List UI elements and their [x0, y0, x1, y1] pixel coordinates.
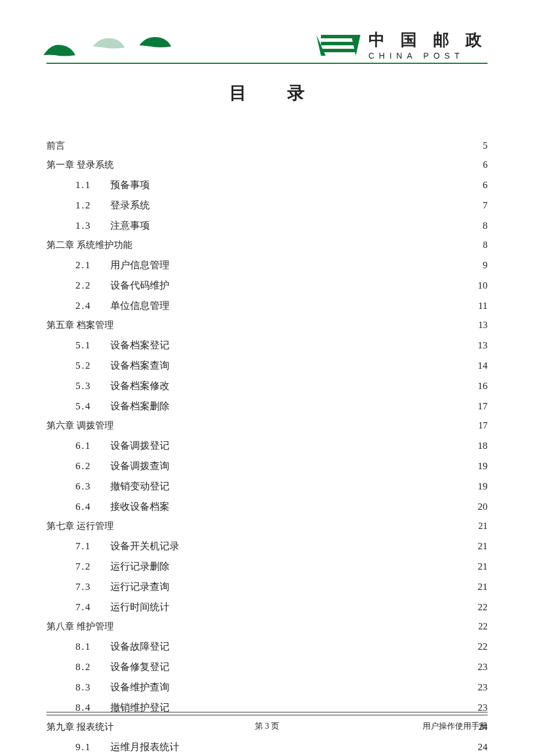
toc-entry-page: 16 — [478, 380, 488, 392]
toc-section-number: 7.4 — [75, 602, 110, 613]
toc-entry-label: 设备档案登记 — [110, 339, 169, 352]
toc-entry-page: 22 — [478, 602, 488, 613]
toc-entry-label: 第五章 档案管理 — [46, 319, 114, 332]
brand-name-cn: 中 国 邮 政 — [369, 29, 488, 51]
toc-entry-page: 22 — [478, 641, 488, 653]
toc-entry-page: 22 — [478, 621, 488, 632]
toc-entry: 6.3撤销变动登记19 — [46, 480, 488, 493]
toc-entry-label: 运维月报表统计 — [110, 740, 179, 754]
birds-decoration-icon — [41, 35, 180, 64]
toc-entry-label: 第一章 登录系统 — [46, 159, 114, 171]
toc-entry-page: 21 — [478, 581, 488, 593]
toc-section-number: 1.2 — [75, 200, 110, 211]
toc-entry-page: 8 — [483, 240, 488, 250]
toc-entry-label: 注意事项 — [110, 219, 150, 232]
toc-entry-label: 设备档案修改 — [110, 379, 169, 393]
toc-entry-label: 接收设备档案 — [110, 500, 169, 513]
toc-entry: 8.2设备修复登记23 — [46, 660, 488, 674]
toc-entry: 6.2设备调拨查询19 — [46, 459, 488, 473]
document-title-footer: 用户操作使用手册 — [423, 721, 488, 732]
toc-section-number: 5.1 — [75, 340, 110, 351]
toc-entry-label: 第九章 报表统计 — [46, 721, 114, 733]
toc-entry: 6.4接收设备档案20 — [46, 500, 488, 513]
toc-section-number: 6.4 — [75, 501, 110, 513]
toc-entry: 7.3运行记录查询21 — [46, 580, 488, 593]
toc-section-number: 1.3 — [75, 220, 110, 232]
toc-section-number: 5.4 — [75, 401, 110, 412]
toc-entry-page: 9 — [483, 260, 488, 271]
toc-entry-page: 7 — [483, 200, 488, 211]
toc-entry: 2.2设备代码维护10 — [46, 279, 488, 292]
toc-entry: 第八章 维护管理22 — [46, 621, 488, 633]
toc-entry-label: 第八章 维护管理 — [46, 621, 114, 633]
toc-entry: 6.1设备调拨登记18 — [46, 439, 488, 452]
toc-section-number: 2.2 — [75, 280, 110, 291]
svg-rect-1 — [321, 42, 356, 45]
toc-entry-label: 用户信息管理 — [110, 258, 169, 272]
toc-section-number: 6.1 — [75, 440, 110, 452]
toc-entry-label: 第七章 运行管理 — [46, 520, 114, 532]
toc-entry: 第七章 运行管理21 — [46, 520, 488, 532]
toc-entry-label: 设备维护查询 — [110, 681, 169, 694]
toc-section-number: 6.2 — [75, 460, 110, 472]
toc-section-number: 8.3 — [75, 682, 110, 693]
toc-entry: 7.1设备开关机记录21 — [46, 539, 488, 553]
toc-entry: 1.2登录系统7 — [46, 199, 488, 212]
toc-entry-label: 预备事项 — [110, 178, 150, 192]
toc-entry-page: 17 — [478, 420, 488, 431]
toc-entry: 9.1运维月报表统计24 — [46, 740, 488, 754]
toc-entry-page: 11 — [478, 300, 488, 312]
toc-entry-page: 6 — [483, 179, 488, 191]
toc-entry-page: 23 — [478, 682, 488, 693]
page-header: 中 国 邮 政 CHINA POST — [46, 29, 488, 64]
toc-entry: 2.4单位信息管理11 — [46, 299, 488, 312]
toc-entry-label: 设备代码维护 — [110, 279, 169, 292]
toc-entry-label: 登录系统 — [110, 199, 150, 212]
toc-entry-page: 10 — [478, 280, 488, 291]
toc-entry-page: 19 — [478, 481, 488, 492]
toc-section-number: 5.2 — [75, 360, 110, 372]
toc-entry-page: 18 — [478, 440, 488, 452]
toc-entry: 7.2运行记录删除21 — [46, 560, 488, 573]
toc-entry: 8.1设备故障登记22 — [46, 640, 488, 653]
toc-entry-page: 5 — [483, 141, 488, 151]
toc-entry-page: 19 — [478, 460, 488, 472]
svg-rect-0 — [321, 35, 356, 38]
brand-text: 中 国 邮 政 CHINA POST — [369, 29, 488, 60]
toc-entry-label: 单位信息管理 — [110, 299, 169, 312]
toc-entry-page: 23 — [478, 661, 488, 673]
toc-entry-label: 运行时间统计 — [110, 600, 169, 614]
toc-section-number: 7.3 — [75, 581, 110, 593]
page-number: 第 3 页 — [255, 721, 279, 732]
toc-entry-page: 13 — [478, 340, 488, 351]
toc-section-number: 2.4 — [75, 300, 110, 312]
toc-entry: 第五章 档案管理13 — [46, 319, 488, 332]
toc-entry-page: 17 — [478, 401, 488, 412]
toc-entry-label: 设备调拨登记 — [110, 439, 169, 452]
brand-name-en: CHINA POST — [369, 51, 488, 60]
toc-entry: 第六章 调拨管理17 — [46, 420, 488, 432]
toc-section-number: 2.1 — [75, 260, 110, 271]
toc-entry-label: 设备开关机记录 — [110, 539, 179, 553]
toc-entry-label: 设备修复登记 — [110, 660, 169, 674]
toc-entry-page: 21 — [478, 541, 488, 552]
toc-entry: 7.4运行时间统计22 — [46, 600, 488, 614]
table-of-contents: 前言5第一章 登录系统61.1预备事项61.2登录系统71.3注意事项8第二章 … — [46, 140, 488, 756]
china-post-logo-icon — [315, 30, 362, 59]
page-footer: 第 3 页 用户操作使用手册 — [46, 715, 488, 721]
toc-entry-page: 6 — [483, 160, 488, 170]
toc-section-number: 8.1 — [75, 641, 110, 653]
toc-entry: 1.3注意事项8 — [46, 219, 488, 232]
toc-entry-label: 设备调拨查询 — [110, 459, 169, 473]
toc-section-number: 7.2 — [75, 561, 110, 573]
toc-entry-label: 运行记录删除 — [110, 560, 169, 573]
toc-entry-page: 20 — [478, 501, 488, 513]
svg-rect-2 — [321, 49, 356, 52]
toc-entry: 5.3设备档案修改16 — [46, 379, 488, 393]
toc-entry-page: 21 — [478, 521, 488, 531]
toc-section-number: 1.1 — [75, 179, 110, 191]
toc-entry: 5.2设备档案查询14 — [46, 359, 488, 372]
toc-section-number: 9.1 — [75, 741, 110, 753]
toc-entry-page: 13 — [478, 320, 488, 330]
toc-entry-page: 21 — [478, 561, 488, 573]
